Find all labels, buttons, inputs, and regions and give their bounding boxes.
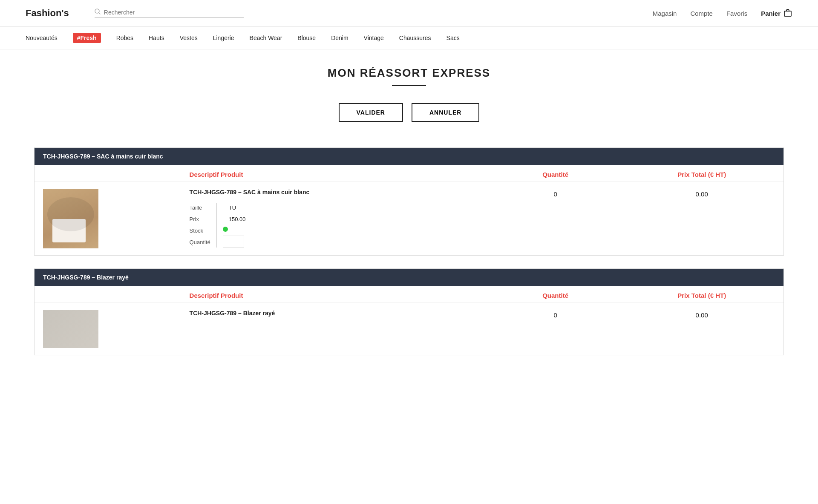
category-nav: Nouveautés #Fresh Robes Hauts Vestes Lin… <box>0 27 818 49</box>
product-section-1: TCH-JHGSG-789 – SAC à mains cuir blanc D… <box>34 147 784 256</box>
annuler-button[interactable]: ANNULER <box>412 103 479 122</box>
table-header-1: Descriptif Produit Quantité Prix Total (… <box>35 165 783 181</box>
label-stock: Stock <box>190 226 210 235</box>
nav-compte[interactable]: Compte <box>690 10 713 17</box>
nav-fresh[interactable]: #Fresh <box>73 33 101 43</box>
product-info-1: TCH-JHGSG-789 – SAC à mains cuir blanc T… <box>190 189 482 248</box>
product-name-2: TCH-JHGSG-789 – Blazer rayé <box>190 310 482 317</box>
col-descriptif-header: Descriptif Produit <box>190 171 482 178</box>
nav-chaussures[interactable]: Chaussures <box>399 35 431 41</box>
product-quantity-2: 0 <box>482 310 629 319</box>
quantity-input-1[interactable] <box>223 236 244 248</box>
svg-line-1 <box>99 13 100 14</box>
nav-panier[interactable]: Panier <box>761 8 792 19</box>
search-bar <box>95 9 244 18</box>
nav-robes[interactable]: Robes <box>116 35 133 41</box>
value-stock <box>223 226 252 233</box>
col-prix-header: Prix Total (€ HT) <box>628 171 775 178</box>
table-row: TCH-JHGSG-789 – SAC à mains cuir blanc T… <box>35 181 783 255</box>
table-row: TCH-JHGSG-789 – Blazer rayé 0 0.00 <box>35 302 783 355</box>
nav-beachwear[interactable]: Beach Wear <box>250 35 282 41</box>
svg-rect-2 <box>784 11 791 16</box>
product-quantity-1: 0 <box>482 189 629 198</box>
value-quantite <box>223 236 252 248</box>
nav-blouse[interactable]: Blouse <box>297 35 316 41</box>
product-image-2 <box>43 310 190 348</box>
detail-values-1: TU 150.00 <box>223 203 252 248</box>
product-info-2: TCH-JHGSG-789 – Blazer rayé <box>190 310 482 324</box>
value-taille: TU <box>223 203 252 212</box>
search-icon <box>95 9 101 16</box>
product-price-2: 0.00 <box>628 310 775 319</box>
nav-nouveautes[interactable]: Nouveautés <box>26 35 58 41</box>
col-descriptif-header-2: Descriptif Produit <box>190 292 482 299</box>
table-header-2: Descriptif Produit Quantité Prix Total (… <box>35 286 783 302</box>
value-prix: 150.00 <box>223 215 252 224</box>
nav-magasin[interactable]: Magasin <box>653 10 677 17</box>
nav-vestes[interactable]: Vestes <box>180 35 198 41</box>
detail-labels-1: Taille Prix Stock Quantité <box>190 203 210 248</box>
search-input[interactable] <box>104 9 244 16</box>
label-prix: Prix <box>190 215 210 224</box>
section-header-1: TCH-JHGSG-789 – SAC à mains cuir blanc <box>35 148 783 165</box>
action-buttons: VALIDER ANNULER <box>34 103 784 122</box>
col-quantite-header-2: Quantité <box>482 292 629 299</box>
site-logo[interactable]: Fashion's <box>26 8 69 19</box>
nav-denim[interactable]: Denim <box>331 35 348 41</box>
nav-favoris[interactable]: Favoris <box>726 10 747 17</box>
label-quantite: Quantité <box>190 238 210 247</box>
col-prix-header-2: Prix Total (€ HT) <box>628 292 775 299</box>
main-content: MON RÉASSORT EXPRESS VALIDER ANNULER TCH… <box>0 49 818 385</box>
nav-hauts[interactable]: Hauts <box>149 35 164 41</box>
col-quantite-header: Quantité <box>482 171 629 178</box>
nav-sacs[interactable]: Sacs <box>446 35 460 41</box>
product-image-1 <box>43 189 190 248</box>
cart-icon <box>783 8 792 19</box>
valider-button[interactable]: VALIDER <box>339 103 403 122</box>
stock-green-dot <box>223 227 228 232</box>
product-name-1: TCH-JHGSG-789 – SAC à mains cuir blanc <box>190 189 482 196</box>
section-header-2: TCH-JHGSG-789 – Blazer rayé <box>35 269 783 286</box>
product-section-2: TCH-JHGSG-789 – Blazer rayé Descriptif P… <box>34 268 784 355</box>
product-price-1: 0.00 <box>628 189 775 198</box>
header-nav: Magasin Compte Favoris Panier <box>653 8 792 19</box>
page-title: MON RÉASSORT EXPRESS <box>34 66 784 80</box>
nav-lingerie[interactable]: Lingerie <box>213 35 234 41</box>
nav-vintage[interactable]: Vintage <box>364 35 384 41</box>
header: Fashion's Magasin Compte Favoris Panier <box>0 0 818 27</box>
title-underline <box>392 85 426 86</box>
label-taille: Taille <box>190 203 210 212</box>
